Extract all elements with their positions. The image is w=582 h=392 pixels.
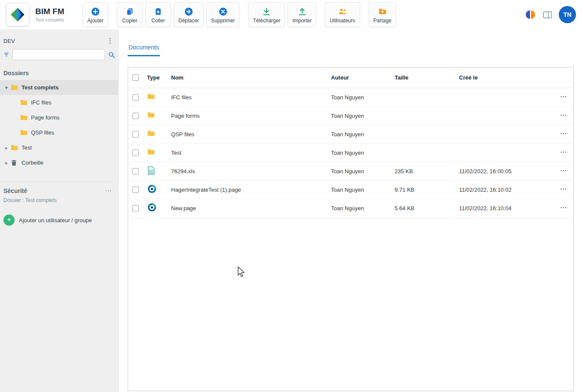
toolbar-button-copier[interactable]: Copier bbox=[117, 2, 143, 27]
document-name: QSP files bbox=[171, 131, 331, 138]
theme-toggle-icon[interactable] bbox=[525, 9, 536, 20]
table-row-page-forms[interactable]: Page forms Toan Nguyen bbox=[128, 107, 573, 125]
tree-item-label: Test complets bbox=[21, 84, 58, 91]
copy-icon bbox=[126, 7, 134, 16]
split-view-icon[interactable] bbox=[542, 9, 553, 20]
caret-right-icon[interactable] bbox=[3, 160, 10, 166]
folders-section-title: Dossiers bbox=[0, 63, 118, 80]
column-header-author: Auteur bbox=[331, 74, 395, 81]
main-content: Documents Type Nom Auteur Taille Créé le… bbox=[119, 29, 582, 392]
tree-item-label: IFC files bbox=[31, 99, 52, 106]
sidebar-menu-icon[interactable] bbox=[106, 37, 114, 45]
select-all-checkbox[interactable] bbox=[132, 74, 139, 81]
search-row bbox=[0, 46, 118, 63]
app-subtitle: Test complets bbox=[35, 17, 72, 22]
caret-down-icon[interactable] bbox=[3, 85, 10, 91]
users-icon bbox=[338, 7, 347, 16]
plus-circle-icon bbox=[91, 7, 100, 16]
row-actions-menu-icon[interactable] bbox=[560, 130, 567, 138]
document-author: Toan Nguyen bbox=[331, 187, 395, 193]
row-actions-menu-icon[interactable] bbox=[560, 167, 567, 175]
page-icon bbox=[147, 202, 157, 214]
document-author: Toan Nguyen bbox=[331, 205, 395, 211]
row-checkbox[interactable] bbox=[132, 205, 139, 211]
toolbar-button-supprimer[interactable]: Supprimer bbox=[206, 2, 239, 27]
toolbar-button-utilisateurs[interactable]: Utilisateurs bbox=[325, 2, 360, 27]
row-actions-menu-icon[interactable] bbox=[560, 185, 567, 193]
title-block: BIM FM Test complets bbox=[35, 7, 72, 22]
download-icon bbox=[262, 7, 271, 16]
row-actions-menu-icon[interactable] bbox=[560, 93, 567, 101]
toolbar: Ajouter Copier Coller Déplacer Supprimer… bbox=[83, 2, 396, 27]
filter-icon[interactable] bbox=[3, 52, 10, 58]
security-title: Sécurité bbox=[3, 187, 27, 194]
move-circle-icon bbox=[184, 7, 193, 16]
row-actions-menu-icon[interactable] bbox=[560, 111, 567, 119]
page-icon bbox=[147, 184, 157, 195]
toolbar-button-label: Utilisateurs bbox=[330, 18, 355, 24]
tree-item-test-complets[interactable]: Test complets bbox=[0, 80, 118, 95]
toolbar-button-label: Ajouter bbox=[87, 18, 104, 24]
tree-item-ifc-files[interactable]: IFC files bbox=[0, 95, 118, 110]
documents-table: Type Nom Auteur Taille Créé le IFC files… bbox=[128, 67, 574, 391]
table-row-qsp-files[interactable]: QSP files Toan Nguyen bbox=[128, 125, 573, 144]
document-author: Toan Nguyen bbox=[331, 113, 395, 119]
tree-item-label: Page forms bbox=[31, 114, 59, 121]
toolbar-button-partage[interactable]: Partage bbox=[369, 2, 396, 27]
row-actions-menu-icon[interactable] bbox=[560, 148, 567, 156]
document-author: Toan Nguyen bbox=[331, 150, 395, 156]
tree-item-test[interactable]: Test bbox=[0, 140, 118, 155]
tab-documents[interactable]: Documents bbox=[128, 41, 160, 56]
toolbar-button-deplacer[interactable]: Déplacer bbox=[174, 2, 204, 27]
folder-icon bbox=[147, 148, 155, 157]
add-user-label: Ajouter un utilisateur / groupe bbox=[19, 217, 92, 224]
toolbar-button-label: Télécharger bbox=[253, 18, 280, 24]
avatar[interactable]: TN bbox=[559, 6, 576, 23]
add-user-button[interactable]: Ajouter un utilisateur / groupe bbox=[0, 208, 118, 233]
table-row-hagerintegratetest-1page[interactable]: HagerIntegrateTest (1).page Toan Nguyen … bbox=[128, 181, 573, 199]
row-checkbox[interactable] bbox=[132, 94, 139, 101]
table-row-76294xls[interactable]: x 76294.xls Toan Nguyen 235 KB 11/02/202… bbox=[128, 162, 573, 181]
document-author: Toan Nguyen bbox=[331, 168, 395, 175]
table-row-ifc-files[interactable]: IFC files Toan Nguyen bbox=[128, 88, 573, 107]
toolbar-button-label: Coller bbox=[151, 18, 165, 24]
folder-icon bbox=[10, 144, 21, 151]
tree-item-label: QSP files bbox=[31, 129, 54, 136]
document-name: 76294.xls bbox=[171, 168, 331, 175]
env-label: DEV bbox=[3, 38, 15, 44]
search-input[interactable] bbox=[12, 49, 105, 60]
row-actions-menu-icon[interactable] bbox=[560, 204, 567, 211]
toolbar-button-label: Supprimer bbox=[211, 18, 235, 24]
upload-icon bbox=[297, 7, 307, 16]
column-header-type: Type bbox=[147, 74, 171, 81]
delete-circle-icon bbox=[218, 7, 228, 16]
bimfm-logo bbox=[6, 3, 29, 26]
table-row-newpage[interactable]: New.page Toan Nguyen 5.64 KB 11/02/2022,… bbox=[128, 199, 573, 217]
tabs: Documents bbox=[119, 29, 582, 56]
toolbar-button-ajouter[interactable]: Ajouter bbox=[83, 2, 108, 27]
caret-right-icon[interactable] bbox=[3, 145, 10, 151]
toolbar-button-telecharger[interactable]: Télécharger bbox=[248, 2, 285, 27]
toolbar-button-importer[interactable]: Importer bbox=[288, 2, 316, 27]
tree-item-label: Corbeille bbox=[21, 159, 43, 166]
search-icon[interactable] bbox=[107, 51, 116, 59]
table-row-test[interactable]: Test Toan Nguyen bbox=[128, 144, 573, 162]
security-menu-icon[interactable] bbox=[104, 187, 112, 195]
table-header-row: Type Nom Auteur Taille Créé le bbox=[128, 67, 573, 88]
row-checkbox[interactable] bbox=[132, 187, 139, 193]
toolbar-button-coller[interactable]: Coller bbox=[145, 2, 171, 27]
plus-icon bbox=[3, 214, 15, 226]
folder-tree: Test complets IFC files Page forms QSP f… bbox=[0, 80, 118, 170]
document-name: Test bbox=[171, 150, 331, 156]
row-checkbox[interactable] bbox=[132, 150, 139, 156]
row-checkbox[interactable] bbox=[132, 131, 139, 138]
row-checkbox[interactable] bbox=[132, 113, 139, 119]
svg-text:x: x bbox=[150, 170, 152, 173]
tree-item-page-forms[interactable]: Page forms bbox=[0, 110, 118, 125]
document-name: New.page bbox=[171, 205, 331, 211]
tree-item-qsp-files[interactable]: QSP files bbox=[0, 125, 118, 140]
folder-icon bbox=[20, 99, 30, 106]
trash-icon bbox=[10, 159, 21, 166]
tree-item-corbeille[interactable]: Corbeille bbox=[0, 155, 118, 170]
row-checkbox[interactable] bbox=[132, 168, 139, 175]
